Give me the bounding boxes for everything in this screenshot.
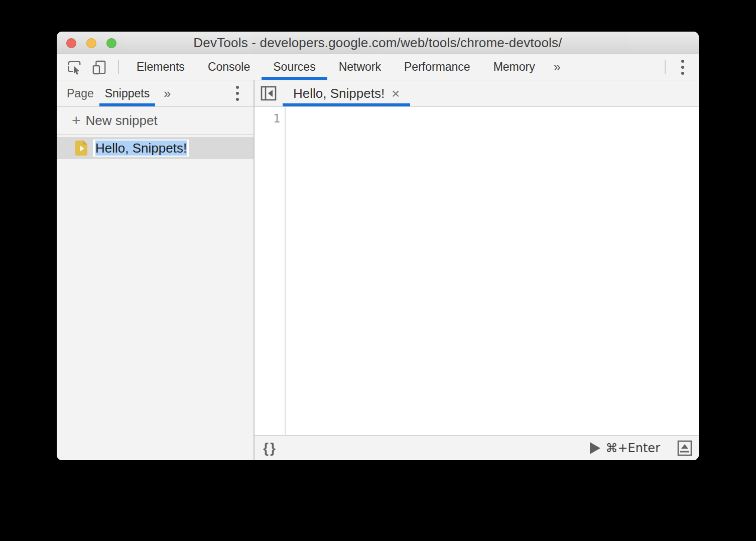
close-tab-icon[interactable]: × [392,86,400,101]
panel-tabs: Elements Console Sources Network Perform… [125,54,568,80]
code-editor[interactable]: 1 [255,107,699,435]
statusbar-right: ⌘+Enter [590,440,692,456]
toolbar-separator [665,60,666,74]
plus-icon: + [72,113,81,128]
run-snippet-icon[interactable] [590,442,600,454]
eject-icon [677,440,692,456]
window-title: DevTools - developers.google.com/web/too… [193,35,562,51]
new-snippet-button[interactable]: + New snippet [57,107,254,134]
toolbar-separator [118,60,119,74]
editor-tab-hello-snippets[interactable]: Hello, Snippets! × [283,80,410,106]
hide-navigator-button[interactable] [255,80,283,106]
editor-tab-label: Hello, Snippets! [293,86,385,101]
snippet-name-edit-field[interactable]: Hello, Snippets! [93,140,189,157]
zoom-window-button[interactable] [106,38,116,48]
tab-memory[interactable]: Memory [482,54,547,80]
tab-console[interactable]: Console [196,54,262,80]
devtools-toolbar: Elements Console Sources Network Perform… [57,54,699,80]
tab-elements[interactable]: Elements [125,54,196,80]
tab-performance[interactable]: Performance [393,54,482,80]
titlebar: DevTools - developers.google.com/web/too… [57,32,699,54]
tab-network[interactable]: Network [327,54,393,80]
traffic-lights [66,38,116,48]
editor-tabbar: Hello, Snippets! × [255,80,699,107]
navigator-sidebar: Page Snippets » + New snippet Hello, Sni… [57,80,255,460]
device-toolbar-icon [92,59,107,75]
kebab-menu-icon [681,60,684,63]
more-panels-button[interactable]: » [547,54,568,80]
hide-navigator-icon [261,86,277,101]
tab-sources[interactable]: Sources [262,54,327,80]
close-window-button[interactable] [66,38,76,48]
navigator-menu-button[interactable] [226,80,248,106]
more-navigator-tabs-button[interactable]: » [155,80,179,106]
devtools-window: DevTools - developers.google.com/web/too… [57,32,699,460]
toolbar-right [665,54,699,80]
snippet-list-item[interactable]: Hello, Snippets! [57,137,254,159]
pretty-print-button[interactable]: {} [263,440,277,456]
snippet-file-icon [75,141,87,156]
run-shortcut-label: ⌘+Enter [605,441,660,455]
snippet-name-text: Hello, Snippets! [95,141,187,156]
sources-panel: Page Snippets » + New snippet Hello, Sni… [57,80,699,460]
tab-snippets[interactable]: Snippets [99,80,156,106]
kebab-menu-icon [236,86,239,89]
navigator-tabs: Page Snippets » [57,80,254,107]
new-snippet-label: New snippet [86,113,158,128]
toggle-device-toolbar-button[interactable] [92,54,107,80]
minimize-window-button[interactable] [86,38,96,48]
editor-pane: Hello, Snippets! × 1 {} ⌘+Enter [255,80,699,460]
line-number-gutter: 1 [255,107,286,435]
tab-page[interactable]: Page [61,80,99,106]
inspect-cursor-icon [67,59,82,75]
code-area[interactable] [286,107,699,435]
editor-statusbar: {} ⌘+Enter [255,435,699,460]
inspect-element-button[interactable] [67,54,82,80]
devtools-menu-button[interactable] [672,54,694,80]
toggle-drawer-button[interactable] [677,440,692,456]
line-number: 1 [255,112,280,125]
